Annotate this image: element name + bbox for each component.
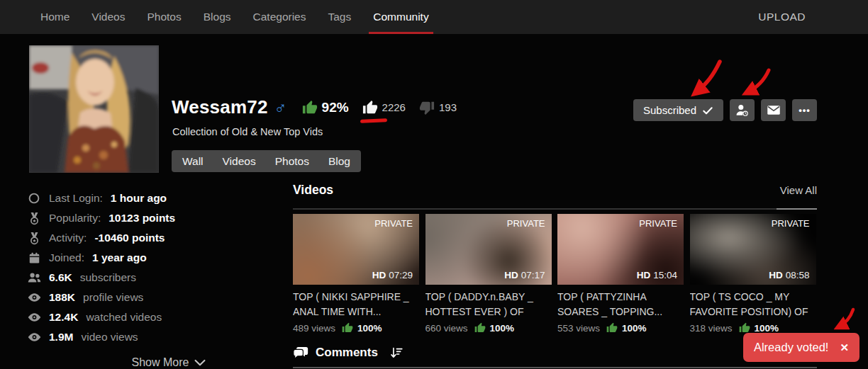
video-title[interactable]: TOP ( DADDY.n.BABY _ HOTTEST EVER ) OF: [425, 290, 552, 319]
nav-item-tags[interactable]: Tags: [328, 0, 352, 34]
message-button[interactable]: [761, 99, 786, 121]
thumbs-up-icon: [302, 100, 318, 115]
video-card[interactable]: PRIVATE HD07:29 TOP ( NIKKI SAPPHIRE _ A…: [293, 214, 419, 334]
upload-button[interactable]: UPLOAD: [758, 11, 806, 23]
show-more-button[interactable]: Show More: [27, 356, 268, 369]
stat-subscribers: 6.6K subscribers: [27, 268, 268, 288]
chevron-down-icon: [194, 359, 206, 367]
medal-icon: [27, 232, 41, 245]
eye-icon: [27, 312, 41, 322]
tab-blog[interactable]: Blog: [328, 155, 350, 168]
envelope-icon: [767, 104, 781, 116]
close-icon[interactable]: ✕: [840, 341, 849, 354]
private-badge: PRIVATE: [639, 218, 677, 229]
red-annotation-underline: [360, 118, 386, 123]
video-card[interactable]: PRIVATE HD15:04 TOP ( PATTYZINHA SOARES …: [557, 214, 684, 334]
comments-title: Comments: [316, 346, 378, 360]
video-thumbnail[interactable]: PRIVATE HD15:04: [557, 214, 684, 285]
stat-watched-videos: 12.4K watched videos: [27, 307, 268, 327]
video-card-list: PRIVATE HD07:29 TOP ( NIKKI SAPPHIRE _ A…: [293, 214, 817, 334]
profile-avatar[interactable]: [29, 45, 159, 173]
thumbs-up-icon[interactable]: [362, 100, 378, 115]
male-gender-icon: ♂: [274, 99, 287, 116]
ellipsis-icon: •••: [799, 105, 811, 115]
dislikes-group[interactable]: 193: [419, 100, 457, 115]
view-count: 660 views: [425, 323, 468, 334]
duration-badge: HD15:04: [637, 270, 677, 280]
tab-photos[interactable]: Photos: [275, 155, 309, 168]
comments-icon: [293, 346, 308, 360]
private-badge: PRIVATE: [507, 218, 545, 229]
users-icon: [27, 272, 41, 283]
duration-badge: HD07:29: [372, 270, 413, 280]
check-icon: [702, 105, 713, 116]
private-badge: PRIVATE: [772, 218, 810, 229]
circle-icon: [27, 192, 41, 205]
videos-title: Videos: [293, 183, 333, 198]
nav-item-home[interactable]: Home: [40, 0, 69, 34]
friend-request-button[interactable]: [730, 99, 755, 121]
nav-item-blogs[interactable]: Blogs: [204, 0, 231, 34]
video-card[interactable]: PRIVATE HD07:17 TOP ( DADDY.n.BABY _ HOT…: [425, 214, 552, 334]
videos-divider: [293, 208, 817, 210]
subscribed-label: Subscribed: [643, 104, 696, 116]
eye-icon: [27, 293, 41, 302]
thumbs-up-icon: [739, 322, 750, 334]
profile-header: Wessam72 ♂ 92% 2226 193: [172, 96, 464, 118]
dislikes-count: 193: [439, 101, 457, 113]
video-thumbnail[interactable]: PRIVATE HD08:58: [690, 214, 816, 285]
view-count: 489 views: [293, 323, 335, 334]
toast-message: Already voted!: [754, 341, 828, 354]
subscribed-button[interactable]: Subscribed: [633, 99, 723, 121]
thumbs-down-icon[interactable]: [419, 100, 435, 115]
profile-stats: Last Login: 1 hour ago Popularity: 10123…: [27, 188, 268, 369]
profile-actions: Subscribed •••: [633, 99, 817, 121]
rating-percent-group: 92%: [302, 100, 349, 115]
more-options-button[interactable]: •••: [792, 99, 817, 121]
person-clock-icon: [735, 103, 750, 118]
stat-last-login: Last Login: 1 hour ago: [27, 188, 268, 208]
eye-icon: [27, 332, 41, 342]
view-count: 318 views: [690, 323, 733, 334]
medal-icon: [27, 212, 41, 225]
sort-descending-icon[interactable]: [390, 346, 403, 359]
rating-percent: 100%: [357, 323, 382, 334]
video-stats: 660 views 100%: [425, 322, 552, 334]
nav-item-categories[interactable]: Categories: [253, 0, 306, 34]
rating-percent: 100%: [755, 323, 779, 334]
thumbs-up-icon: [342, 322, 353, 334]
video-stats: 489 views 100%: [293, 322, 419, 334]
video-title[interactable]: TOP ( TS COCO _ MY FAVORITE POSITION) OF: [690, 290, 816, 319]
profile-tabs: Wall Videos Photos Blog: [172, 150, 361, 172]
likes-group[interactable]: 2226: [362, 100, 406, 115]
profile-username: Wessam72: [172, 96, 268, 118]
stat-activity: Activity: -10460 points: [27, 228, 268, 248]
already-voted-toast: Already voted! ✕: [743, 333, 859, 362]
videos-section: Videos View All PRIVATE HD07:29 TOP ( NI…: [293, 183, 817, 368]
tab-videos[interactable]: Videos: [223, 155, 256, 168]
tab-wall[interactable]: Wall: [182, 155, 204, 168]
private-badge: PRIVATE: [374, 218, 413, 229]
comments-divider: [293, 367, 817, 368]
nav-item-videos[interactable]: Videos: [91, 0, 125, 34]
stat-popularity: Popularity: 10123 points: [27, 208, 268, 228]
view-count: 553 views: [557, 323, 600, 334]
nav-item-photos[interactable]: Photos: [147, 0, 181, 34]
video-thumbnail[interactable]: PRIVATE HD07:29: [293, 214, 419, 285]
stat-profile-views: 188K profile views: [27, 288, 268, 307]
rating-percent: 100%: [490, 323, 515, 334]
stat-video-views: 1.9M video views: [27, 327, 268, 347]
duration-badge: HD08:58: [769, 270, 809, 280]
comments-header: Comments: [293, 346, 817, 360]
calendar-icon: [27, 252, 41, 264]
thumbs-up-icon: [474, 322, 486, 334]
video-title[interactable]: TOP ( NIKKI SAPPHIRE _ ANAL TIME WITH...: [293, 290, 419, 319]
view-all-link[interactable]: View All: [780, 184, 817, 196]
video-card[interactable]: PRIVATE HD08:58 TOP ( TS COCO _ MY FAVOR…: [690, 214, 816, 334]
video-title[interactable]: TOP ( PATTYZINHA SOARES _ TOPPING...: [557, 290, 684, 319]
nav-item-community[interactable]: Community: [373, 0, 428, 34]
profile-tagline: Collection of Old & New Top Vids: [172, 126, 323, 137]
video-thumbnail[interactable]: PRIVATE HD07:17: [425, 214, 552, 285]
stat-joined: Joined: 1 year ago: [27, 248, 268, 268]
rating-percent: 92%: [322, 100, 349, 115]
